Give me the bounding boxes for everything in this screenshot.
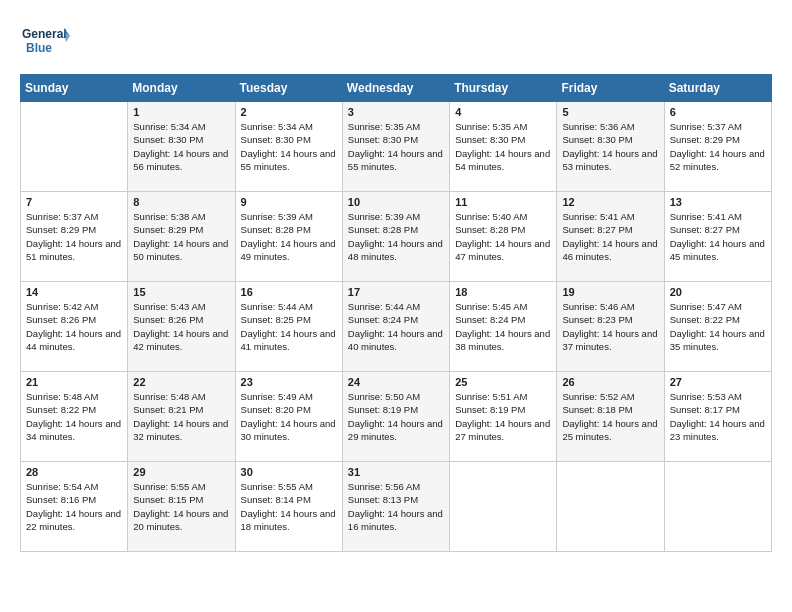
logo-svg: General Blue xyxy=(20,20,70,64)
day-number: 30 xyxy=(241,466,337,478)
calendar-cell: 28Sunrise: 5:54 AMSunset: 8:16 PMDayligh… xyxy=(21,462,128,552)
day-number: 8 xyxy=(133,196,229,208)
cell-content: Sunrise: 5:41 AMSunset: 8:27 PMDaylight:… xyxy=(670,210,766,263)
calendar-cell: 23Sunrise: 5:49 AMSunset: 8:20 PMDayligh… xyxy=(235,372,342,462)
day-number: 23 xyxy=(241,376,337,388)
day-header-wednesday: Wednesday xyxy=(342,75,449,102)
day-number: 12 xyxy=(562,196,658,208)
day-number: 25 xyxy=(455,376,551,388)
calendar-cell: 12Sunrise: 5:41 AMSunset: 8:27 PMDayligh… xyxy=(557,192,664,282)
calendar-cell xyxy=(21,102,128,192)
day-number: 28 xyxy=(26,466,122,478)
calendar-cell: 22Sunrise: 5:48 AMSunset: 8:21 PMDayligh… xyxy=(128,372,235,462)
day-number: 10 xyxy=(348,196,444,208)
cell-content: Sunrise: 5:44 AMSunset: 8:25 PMDaylight:… xyxy=(241,300,337,353)
cell-content: Sunrise: 5:34 AMSunset: 8:30 PMDaylight:… xyxy=(133,120,229,173)
week-row-5: 28Sunrise: 5:54 AMSunset: 8:16 PMDayligh… xyxy=(21,462,772,552)
day-number: 9 xyxy=(241,196,337,208)
cell-content: Sunrise: 5:37 AMSunset: 8:29 PMDaylight:… xyxy=(670,120,766,173)
day-number: 17 xyxy=(348,286,444,298)
day-number: 20 xyxy=(670,286,766,298)
calendar-cell xyxy=(450,462,557,552)
cell-content: Sunrise: 5:40 AMSunset: 8:28 PMDaylight:… xyxy=(455,210,551,263)
calendar-cell: 20Sunrise: 5:47 AMSunset: 8:22 PMDayligh… xyxy=(664,282,771,372)
day-header-monday: Monday xyxy=(128,75,235,102)
calendar-cell xyxy=(557,462,664,552)
week-row-2: 7Sunrise: 5:37 AMSunset: 8:29 PMDaylight… xyxy=(21,192,772,282)
logo: General Blue xyxy=(20,20,70,64)
cell-content: Sunrise: 5:35 AMSunset: 8:30 PMDaylight:… xyxy=(455,120,551,173)
svg-text:Blue: Blue xyxy=(26,41,52,55)
cell-content: Sunrise: 5:53 AMSunset: 8:17 PMDaylight:… xyxy=(670,390,766,443)
calendar-cell: 31Sunrise: 5:56 AMSunset: 8:13 PMDayligh… xyxy=(342,462,449,552)
cell-content: Sunrise: 5:39 AMSunset: 8:28 PMDaylight:… xyxy=(348,210,444,263)
calendar-cell: 17Sunrise: 5:44 AMSunset: 8:24 PMDayligh… xyxy=(342,282,449,372)
cell-content: Sunrise: 5:51 AMSunset: 8:19 PMDaylight:… xyxy=(455,390,551,443)
day-number: 4 xyxy=(455,106,551,118)
cell-content: Sunrise: 5:35 AMSunset: 8:30 PMDaylight:… xyxy=(348,120,444,173)
day-number: 18 xyxy=(455,286,551,298)
cell-content: Sunrise: 5:50 AMSunset: 8:19 PMDaylight:… xyxy=(348,390,444,443)
calendar-cell xyxy=(664,462,771,552)
day-number: 15 xyxy=(133,286,229,298)
cell-content: Sunrise: 5:39 AMSunset: 8:28 PMDaylight:… xyxy=(241,210,337,263)
cell-content: Sunrise: 5:55 AMSunset: 8:15 PMDaylight:… xyxy=(133,480,229,533)
day-number: 11 xyxy=(455,196,551,208)
calendar-cell: 4Sunrise: 5:35 AMSunset: 8:30 PMDaylight… xyxy=(450,102,557,192)
cell-content: Sunrise: 5:49 AMSunset: 8:20 PMDaylight:… xyxy=(241,390,337,443)
day-number: 14 xyxy=(26,286,122,298)
calendar-cell: 21Sunrise: 5:48 AMSunset: 8:22 PMDayligh… xyxy=(21,372,128,462)
calendar-cell: 7Sunrise: 5:37 AMSunset: 8:29 PMDaylight… xyxy=(21,192,128,282)
cell-content: Sunrise: 5:52 AMSunset: 8:18 PMDaylight:… xyxy=(562,390,658,443)
calendar-header-row: SundayMondayTuesdayWednesdayThursdayFrid… xyxy=(21,75,772,102)
cell-content: Sunrise: 5:42 AMSunset: 8:26 PMDaylight:… xyxy=(26,300,122,353)
cell-content: Sunrise: 5:34 AMSunset: 8:30 PMDaylight:… xyxy=(241,120,337,173)
day-header-tuesday: Tuesday xyxy=(235,75,342,102)
cell-content: Sunrise: 5:48 AMSunset: 8:21 PMDaylight:… xyxy=(133,390,229,443)
day-number: 5 xyxy=(562,106,658,118)
day-number: 26 xyxy=(562,376,658,388)
calendar-cell: 25Sunrise: 5:51 AMSunset: 8:19 PMDayligh… xyxy=(450,372,557,462)
calendar-cell: 10Sunrise: 5:39 AMSunset: 8:28 PMDayligh… xyxy=(342,192,449,282)
calendar-cell: 2Sunrise: 5:34 AMSunset: 8:30 PMDaylight… xyxy=(235,102,342,192)
day-number: 3 xyxy=(348,106,444,118)
day-header-sunday: Sunday xyxy=(21,75,128,102)
cell-content: Sunrise: 5:46 AMSunset: 8:23 PMDaylight:… xyxy=(562,300,658,353)
day-number: 29 xyxy=(133,466,229,478)
calendar-cell: 26Sunrise: 5:52 AMSunset: 8:18 PMDayligh… xyxy=(557,372,664,462)
week-row-3: 14Sunrise: 5:42 AMSunset: 8:26 PMDayligh… xyxy=(21,282,772,372)
calendar-table: SundayMondayTuesdayWednesdayThursdayFrid… xyxy=(20,74,772,552)
day-number: 24 xyxy=(348,376,444,388)
calendar-cell: 8Sunrise: 5:38 AMSunset: 8:29 PMDaylight… xyxy=(128,192,235,282)
calendar-cell: 16Sunrise: 5:44 AMSunset: 8:25 PMDayligh… xyxy=(235,282,342,372)
calendar-cell: 30Sunrise: 5:55 AMSunset: 8:14 PMDayligh… xyxy=(235,462,342,552)
week-row-4: 21Sunrise: 5:48 AMSunset: 8:22 PMDayligh… xyxy=(21,372,772,462)
cell-content: Sunrise: 5:43 AMSunset: 8:26 PMDaylight:… xyxy=(133,300,229,353)
day-number: 6 xyxy=(670,106,766,118)
cell-content: Sunrise: 5:48 AMSunset: 8:22 PMDaylight:… xyxy=(26,390,122,443)
cell-content: Sunrise: 5:36 AMSunset: 8:30 PMDaylight:… xyxy=(562,120,658,173)
svg-text:General: General xyxy=(22,27,67,41)
calendar-cell: 24Sunrise: 5:50 AMSunset: 8:19 PMDayligh… xyxy=(342,372,449,462)
cell-content: Sunrise: 5:47 AMSunset: 8:22 PMDaylight:… xyxy=(670,300,766,353)
week-row-1: 1Sunrise: 5:34 AMSunset: 8:30 PMDaylight… xyxy=(21,102,772,192)
day-number: 31 xyxy=(348,466,444,478)
day-number: 27 xyxy=(670,376,766,388)
calendar-cell: 15Sunrise: 5:43 AMSunset: 8:26 PMDayligh… xyxy=(128,282,235,372)
calendar-cell: 11Sunrise: 5:40 AMSunset: 8:28 PMDayligh… xyxy=(450,192,557,282)
cell-content: Sunrise: 5:56 AMSunset: 8:13 PMDaylight:… xyxy=(348,480,444,533)
day-number: 7 xyxy=(26,196,122,208)
cell-content: Sunrise: 5:41 AMSunset: 8:27 PMDaylight:… xyxy=(562,210,658,263)
calendar-cell: 13Sunrise: 5:41 AMSunset: 8:27 PMDayligh… xyxy=(664,192,771,282)
calendar-cell: 6Sunrise: 5:37 AMSunset: 8:29 PMDaylight… xyxy=(664,102,771,192)
cell-content: Sunrise: 5:44 AMSunset: 8:24 PMDaylight:… xyxy=(348,300,444,353)
calendar-body: 1Sunrise: 5:34 AMSunset: 8:30 PMDaylight… xyxy=(21,102,772,552)
day-number: 2 xyxy=(241,106,337,118)
cell-content: Sunrise: 5:45 AMSunset: 8:24 PMDaylight:… xyxy=(455,300,551,353)
cell-content: Sunrise: 5:55 AMSunset: 8:14 PMDaylight:… xyxy=(241,480,337,533)
calendar-cell: 18Sunrise: 5:45 AMSunset: 8:24 PMDayligh… xyxy=(450,282,557,372)
calendar-cell: 14Sunrise: 5:42 AMSunset: 8:26 PMDayligh… xyxy=(21,282,128,372)
cell-content: Sunrise: 5:37 AMSunset: 8:29 PMDaylight:… xyxy=(26,210,122,263)
day-number: 19 xyxy=(562,286,658,298)
calendar-cell: 19Sunrise: 5:46 AMSunset: 8:23 PMDayligh… xyxy=(557,282,664,372)
